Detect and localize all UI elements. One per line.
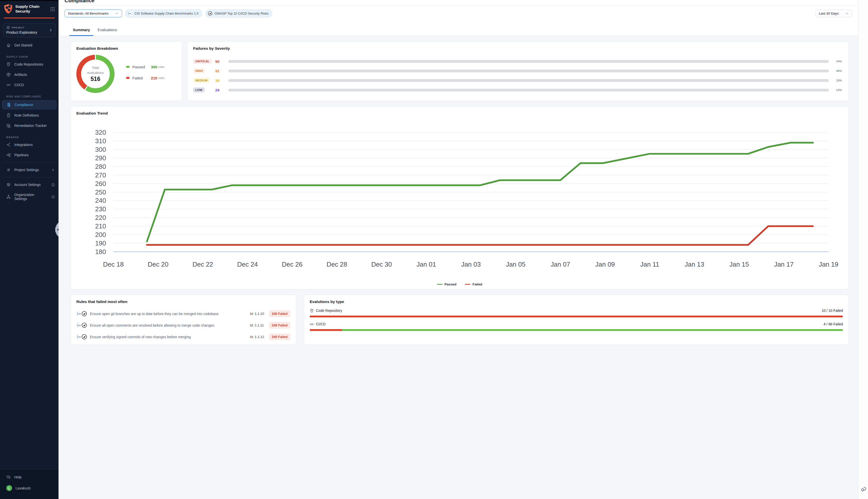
svg-text:320: 320	[95, 129, 106, 136]
section-risk-compliance: RISK AND COMPLIANCE	[0, 91, 59, 100]
passed-count: 306	[151, 65, 157, 69]
sidebar-item-label: Organization Settings	[14, 193, 48, 201]
evaluations-donut-chart: Total evaluations 516	[76, 55, 114, 93]
sidebar-item-compliance[interactable]: Compliance	[2, 100, 57, 109]
severity-badge: CRITICAL	[193, 59, 212, 64]
chevron-right-icon	[51, 168, 55, 172]
svg-text:260: 260	[95, 180, 106, 187]
severity-count: 29	[215, 88, 228, 92]
sidebar-item-label: Rule Definitions	[14, 113, 39, 117]
standards-filter-value: Standards: All Benchmarks	[68, 12, 109, 15]
severity-count: 39	[215, 78, 228, 83]
page-title: Compliance	[64, 0, 434, 3]
project-label: PROJECT	[12, 26, 25, 29]
evaluation-breakdown-card: Evaluation Breakdown Total evaluations 5…	[71, 41, 182, 101]
card-title: Evaluation Trend	[76, 111, 434, 115]
severity-row-medium: MEDIUM 39 19%	[193, 76, 434, 85]
sidebar-item-label: CI/CD	[14, 83, 24, 87]
card-title: Failures by Severity	[193, 46, 434, 51]
sidebar-item-code-repositories[interactable]: Code Repositories	[0, 60, 59, 69]
clipboard-check-icon	[6, 113, 11, 118]
sidebar-collapse-handle[interactable]	[55, 223, 59, 237]
severity-bar	[228, 70, 434, 72]
project-name: Product Exploratory	[6, 31, 52, 34]
sidebar-item-artifacts[interactable]: Artifacts	[0, 70, 59, 79]
layers-icon	[6, 182, 11, 187]
sidebar-item-rule-definitions[interactable]: Rule Definitions	[0, 111, 59, 120]
sidebar-item-label: Pipelines	[14, 153, 29, 157]
app-title: Supply ChainSecurity	[15, 4, 39, 14]
total-evaluations-value: 516	[91, 76, 100, 82]
sidebar-item-get-started[interactable]: Get Started	[0, 41, 59, 49]
chip-label: CIS Software Supply Chain Benchmarks 1.0	[134, 12, 198, 15]
info-icon	[51, 195, 55, 199]
legend-failed: Failed 210 rules	[126, 76, 176, 80]
sidebar-item-account-settings[interactable]: Account Settings	[0, 180, 59, 189]
svg-text:240: 240	[95, 197, 106, 204]
sidebar-item-remediation-tracker[interactable]: Remediation Tracker	[0, 121, 59, 130]
svg-text:310: 310	[95, 137, 106, 145]
failures-by-severity-card: Failures by Severity CRITICAL 50 24% HIG…	[187, 41, 434, 101]
severity-bar	[228, 79, 434, 82]
severity-row-critical: CRITICAL 50 24%	[193, 57, 434, 65]
passed-swatch	[126, 66, 129, 68]
sidebar-item-integrations[interactable]: Integrations	[0, 141, 59, 149]
sidebar-item-label: Account Settings	[14, 183, 41, 187]
chip-owasp-top10[interactable]: OWASP Top 10 CI/CD Security Risks	[205, 9, 272, 17]
tab-evaluations[interactable]: Evaluations	[97, 25, 117, 36]
svg-text:210: 210	[95, 222, 106, 230]
artifact-box-icon	[6, 72, 11, 77]
app-switcher-icon[interactable]	[50, 7, 55, 12]
sidebar-item-project-settings[interactable]: Project Settings	[0, 166, 59, 174]
gear-icon	[6, 168, 11, 172]
severity-badge: LOW	[193, 87, 205, 93]
severity-row-high: HIGH 92 44%	[193, 66, 434, 75]
sidebar-item-label: Integrations	[14, 143, 33, 147]
svg-text:CIS: CIS	[129, 13, 131, 14]
chip-cis-benchmark[interactable]: CIS CIS Software Supply Chain Benchmarks…	[125, 9, 202, 17]
infinity-icon	[6, 83, 11, 87]
sidebar-item-pipelines[interactable]: Pipelines	[0, 151, 59, 159]
tab-bar: Summary Evaluations	[59, 25, 434, 36]
sidebar-nav: Get Started SUPPLY CHAIN Code Repositori…	[0, 41, 59, 203]
svg-text:230: 230	[95, 205, 106, 213]
sidebar-item-cicd[interactable]: CI/CD	[0, 81, 59, 89]
severity-count: 50	[215, 59, 228, 63]
section-supply-chain: SUPPLY CHAIN	[0, 51, 59, 60]
integrations-icon	[6, 143, 11, 147]
compliance-doc-icon	[7, 102, 11, 107]
failed-count: 210	[151, 76, 157, 80]
sidebar-item-label: Remediation Tracker	[14, 124, 47, 127]
app-logo-shield-icon	[4, 4, 13, 14]
severity-bar	[228, 89, 434, 92]
filter-bar: Standards: All Benchmarks CIS CIS Softwa…	[59, 6, 434, 17]
svg-text:300: 300	[95, 146, 106, 153]
severity-count: 92	[215, 69, 228, 73]
remediation-box-icon	[6, 123, 11, 128]
tab-summary[interactable]: Summary	[73, 25, 90, 36]
failed-swatch	[126, 77, 129, 79]
main-content: Compliance Standards: All Benchmarks CIS…	[59, 0, 434, 250]
divider	[4, 177, 54, 178]
project-cube-icon	[6, 26, 10, 29]
home-icon	[6, 43, 11, 48]
sidebar-item-organization-settings[interactable]: Organization Settings	[0, 191, 59, 203]
chip-label: OWASP Top 10 CI/CD Security Risks	[214, 12, 269, 15]
section-manage: MANAGE	[0, 132, 59, 141]
svg-text:250: 250	[95, 188, 106, 196]
svg-text:290: 290	[95, 154, 106, 162]
sidebar-item-label: Artifacts	[14, 73, 27, 77]
code-repository-icon	[6, 62, 11, 66]
brand: Supply ChainSecurity	[0, 1, 59, 16]
svg-text:190: 190	[95, 240, 106, 247]
legend-passed: Passed 306 rules	[126, 65, 176, 69]
pipeline-icon	[6, 153, 11, 157]
card-title: Evaluation Breakdown	[76, 46, 176, 51]
svg-text:270: 270	[95, 171, 106, 179]
sidebar: Supply ChainSecurity PROJECT Product Exp…	[0, 0, 59, 250]
chevron-right-icon	[49, 28, 53, 32]
project-selector[interactable]: PROJECT Product Exploratory	[3, 23, 55, 37]
svg-text:280: 280	[95, 163, 106, 170]
standards-filter-dropdown[interactable]: Standards: All Benchmarks	[64, 10, 122, 17]
svg-text:180: 180	[95, 248, 106, 250]
